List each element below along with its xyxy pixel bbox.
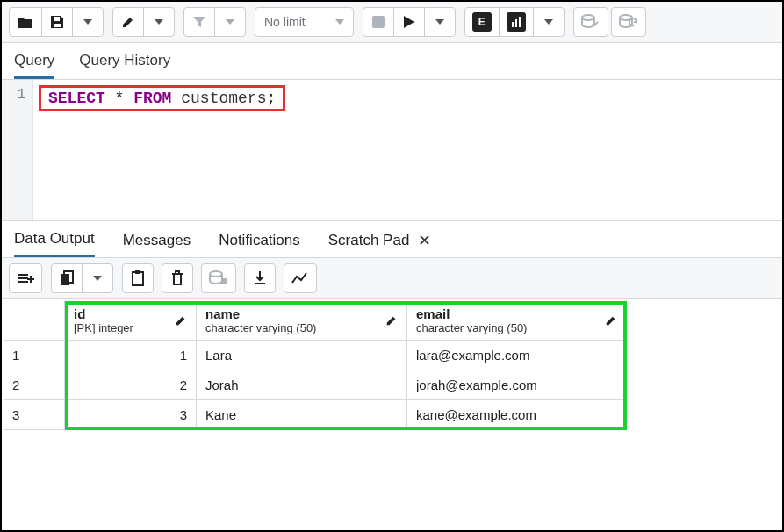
chevron-down-icon [226,19,234,25]
paste-button[interactable] [122,263,154,293]
svg-point-6 [582,15,594,20]
tab-scratch-pad[interactable]: Scratch Pad ✕ [328,231,432,257]
results-grid: id[PK] integernamecharacter varying (50)… [4,301,780,430]
chevron-down-icon [544,19,553,25]
row-number-header [4,301,65,341]
tab-messages[interactable]: Messages [123,232,191,256]
stop-button[interactable] [363,7,394,37]
explain-button[interactable]: E [464,7,500,37]
editor-tabs: Query Query History [2,43,782,80]
save-icon [49,14,65,30]
output-tabs: Data Output Messages Notifications Scrat… [2,220,782,258]
chevron-down-icon [93,276,102,281]
bar-chart-icon [507,12,526,32]
pencil-icon [121,15,135,29]
pencil-icon[interactable] [175,314,187,327]
filter-button[interactable] [183,7,215,37]
column-header-name[interactable]: namecharacter varying (50) [197,301,407,341]
tab-query[interactable]: Query [14,52,54,79]
pencil-icon[interactable] [605,314,617,327]
cell-id[interactable]: 2 [65,370,197,400]
row-number[interactable]: 2 [4,370,65,400]
cell-id[interactable]: 3 [65,400,197,430]
explain-analyze-button[interactable] [499,7,534,37]
edit-button[interactable] [112,7,144,37]
db-check-icon [581,14,601,30]
cell-email[interactable]: jorah@example.com [407,370,627,400]
svg-rect-5 [519,17,521,27]
edit-dropdown[interactable] [143,7,175,37]
add-row-button[interactable] [9,263,42,293]
save-data-button[interactable] [201,263,236,293]
rollback-button[interactable] [611,7,646,37]
sql-highlight-box: SELECT * FROM customers; [39,85,285,111]
column-type: character varying (50) [205,321,316,334]
copy-dropdown[interactable] [82,263,113,293]
main-toolbar: No limit E [2,2,782,43]
svg-rect-10 [133,272,143,285]
delete-row-button[interactable] [162,263,193,293]
filter-icon [192,15,206,29]
add-row-icon [17,271,34,285]
svg-rect-0 [54,17,60,21]
play-icon [403,15,415,29]
limit-label: No limit [264,15,306,29]
execute-dropdown[interactable] [424,7,456,37]
db-undo-icon [619,14,638,30]
pencil-icon[interactable] [385,314,398,327]
download-icon [253,270,267,286]
output-toolbar [2,258,782,299]
svg-rect-11 [135,270,140,274]
code-area[interactable]: SELECT * FROM customers; [33,80,782,220]
filter-dropdown[interactable] [214,7,246,37]
cell-email[interactable]: kane@example.com [407,400,627,430]
explain-dropdown[interactable] [533,7,565,37]
cell-name[interactable]: Jorah [197,370,407,400]
chevron-down-icon [435,19,444,25]
pgadmin-query-tool: No limit E [0,0,784,532]
tab-notifications[interactable]: Notifications [219,232,300,256]
limit-select[interactable]: No limit [255,7,354,37]
svg-rect-13 [221,278,227,284]
close-icon[interactable]: ✕ [418,231,431,250]
copy-button[interactable] [51,263,83,293]
svg-rect-2 [372,16,385,28]
tab-query-history[interactable]: Query History [79,52,170,79]
column-name: name [205,306,316,321]
save-dropdown[interactable] [72,7,104,37]
cell-name[interactable]: Lara [197,341,407,370]
column-header-email[interactable]: emailcharacter varying (50) [407,301,627,341]
trash-icon [171,270,183,286]
copy-icon [60,270,74,286]
svg-point-12 [210,271,222,277]
open-file-button[interactable] [9,7,42,37]
line-gutter: 1 [2,80,33,220]
column-header-id[interactable]: id[PK] integer [65,301,197,341]
column-name: email [416,306,527,321]
chevron-down-icon [155,19,163,25]
clipboard-icon [131,270,145,286]
row-number[interactable]: 3 [4,400,65,430]
explain-icon: E [472,12,492,32]
row-number[interactable]: 1 [4,341,65,370]
line-number: 1 [2,87,25,103]
stop-icon [372,16,385,28]
cell-id[interactable]: 1 [65,341,197,370]
cell-email[interactable]: lara@example.com [407,341,627,370]
column-type: character varying (50) [416,321,527,334]
tab-data-output[interactable]: Data Output [14,230,95,257]
execute-button[interactable] [393,7,425,37]
chevron-down-icon [335,19,344,25]
db-save-icon [209,270,228,286]
svg-rect-3 [512,22,514,27]
graph-visualizer-button[interactable] [284,263,317,293]
save-button[interactable] [41,7,73,37]
sql-editor[interactable]: 1 SELECT * FROM customers; [2,80,782,220]
svg-rect-4 [515,19,517,27]
svg-rect-1 [54,24,61,27]
download-button[interactable] [244,263,276,293]
cell-name[interactable]: Kane [197,400,407,430]
commit-button[interactable] [573,7,608,37]
results-area: id[PK] integernamecharacter varying (50)… [2,299,782,432]
column-name: id [74,306,133,321]
